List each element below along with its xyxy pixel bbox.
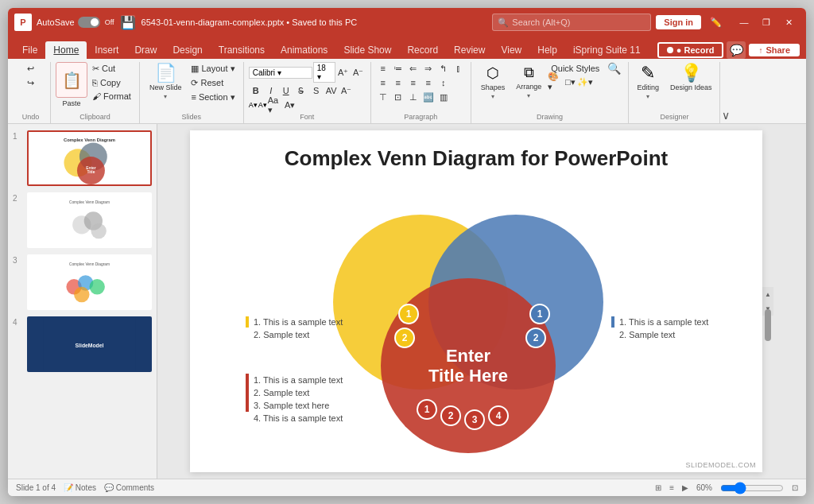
new-slide-button[interactable]: 📄 New Slide ▾ bbox=[145, 62, 187, 103]
tab-view[interactable]: View bbox=[493, 41, 529, 59]
search-shapes-button[interactable]: 🔍 bbox=[604, 62, 623, 75]
pen-icon[interactable]: ✏️ bbox=[706, 14, 725, 31]
tab-help[interactable]: Help bbox=[529, 41, 565, 59]
bold-button[interactable]: B bbox=[249, 84, 263, 97]
smartart-button[interactable]: ▥ bbox=[436, 91, 451, 103]
restore-button[interactable]: ❐ bbox=[755, 14, 777, 31]
view-normal[interactable]: ⊞ bbox=[655, 483, 661, 492]
tab-ispring[interactable]: iSpring Suite 11 bbox=[565, 41, 649, 59]
view-slideshow[interactable]: ▶ bbox=[682, 483, 688, 492]
tab-record[interactable]: Record bbox=[399, 41, 446, 59]
scroll-thumb[interactable] bbox=[765, 309, 771, 341]
shapes-button[interactable]: ⬡ Shapes ▾ bbox=[476, 62, 510, 103]
line-spacing-button[interactable]: ↕ bbox=[436, 76, 451, 89]
font-family[interactable]: Calibri ▾ bbox=[249, 67, 312, 79]
design-ideas-button[interactable]: 💡 Design Ideas bbox=[665, 62, 717, 94]
slide-content[interactable]: Complex Venn Diagram for PowerPoint Ente… bbox=[157, 124, 806, 479]
slide-thumb-2[interactable]: 2 Complex Venn Diagram bbox=[13, 192, 152, 248]
slide-preview-3[interactable]: Complex Venn Diagram bbox=[27, 254, 152, 310]
sign-in-button[interactable]: Sign in bbox=[656, 15, 701, 29]
layout-button[interactable]: ▦ Layout ▾ bbox=[188, 62, 238, 76]
scrollbar[interactable]: ▲ ▼ bbox=[762, 287, 773, 316]
svg-text:2: 2 bbox=[448, 410, 454, 421]
editing-button[interactable]: ✎ Editing ▾ bbox=[632, 62, 664, 103]
reset-button[interactable]: ⟳ Reset bbox=[188, 76, 238, 90]
valign-bottom-button[interactable]: ⊥ bbox=[406, 91, 421, 103]
cut-button[interactable]: ✂ Cut bbox=[89, 62, 134, 76]
increase-font-button[interactable]: A⁺ bbox=[336, 66, 351, 79]
align-right-button[interactable]: ≡ bbox=[406, 76, 421, 89]
close-button[interactable]: ✕ bbox=[777, 14, 800, 31]
tab-insert[interactable]: Insert bbox=[87, 41, 126, 59]
format-painter-button[interactable]: 🖌 Format bbox=[89, 90, 134, 103]
tab-draw[interactable]: Draw bbox=[126, 41, 165, 59]
copy-button[interactable]: ⎘ Copy bbox=[89, 76, 134, 89]
fit-slide-button[interactable]: ⊡ bbox=[792, 483, 798, 492]
slide-preview-1[interactable]: Complex Venn Diagram Enter Title bbox=[27, 130, 152, 186]
slide-thumb-3[interactable]: 3 Complex Venn Diagram bbox=[13, 254, 152, 310]
minimize-button[interactable]: — bbox=[733, 14, 755, 31]
shape-outline-button[interactable]: □▾ bbox=[563, 76, 577, 88]
slide-preview-4[interactable]: SlideModel bbox=[27, 316, 152, 372]
align-center-button[interactable]: ≡ bbox=[391, 76, 405, 89]
search-input[interactable] bbox=[512, 17, 623, 27]
strikethrough-button[interactable]: S̶ bbox=[294, 84, 308, 97]
ribbon-expand-button[interactable]: ∨ bbox=[720, 109, 731, 122]
valign-mid-button[interactable]: ⊡ bbox=[391, 91, 405, 103]
decrease-font-button[interactable]: A⁻ bbox=[351, 66, 366, 79]
scroll-up-arrow[interactable]: ▲ bbox=[762, 289, 773, 300]
font-color-button[interactable]: A▾ bbox=[249, 101, 258, 109]
uppercase-button[interactable]: Aa ▾ bbox=[268, 99, 282, 111]
redo-button[interactable]: ↪ bbox=[24, 76, 37, 90]
editing-icon: ✎ bbox=[641, 64, 655, 82]
slide-thumb-1[interactable]: 1 Complex Venn Diagram Enter Title bbox=[13, 130, 152, 186]
record-tab-btn[interactable]: ● Record bbox=[657, 42, 724, 58]
font-size2-button[interactable]: A▾ bbox=[283, 99, 297, 111]
text-direction-button[interactable]: 🔤 bbox=[421, 91, 436, 103]
clear-format-button[interactable]: A⁻ bbox=[339, 84, 354, 97]
shape-effects-button[interactable]: ✨▾ bbox=[578, 76, 592, 88]
comments-status[interactable]: 💬 Comments bbox=[104, 483, 154, 492]
slides-label: Slides bbox=[145, 111, 238, 123]
numbering-button[interactable]: ≔ bbox=[391, 62, 405, 75]
tab-review[interactable]: Review bbox=[446, 41, 493, 59]
valign-top-button[interactable]: ⊤ bbox=[376, 91, 390, 103]
zoom-slider[interactable] bbox=[720, 482, 784, 494]
svg-point-16 bbox=[74, 287, 89, 302]
font-highlight-button[interactable]: A▾ bbox=[258, 101, 267, 109]
columns-button[interactable]: ⫿ bbox=[452, 62, 466, 75]
tab-transitions[interactable]: Transitions bbox=[211, 41, 273, 59]
justify-button[interactable]: ≡ bbox=[421, 76, 436, 89]
tab-file[interactable]: File bbox=[14, 41, 45, 59]
font-spacing-button[interactable]: AV bbox=[324, 84, 339, 97]
bullets-button[interactable]: ≡ bbox=[376, 62, 390, 75]
paste-button[interactable]: 📋 bbox=[56, 62, 87, 98]
undo-group: ↩ ↪ Undo bbox=[11, 62, 51, 123]
notes-button[interactable]: 📝 Notes bbox=[64, 483, 96, 492]
share-button[interactable]: ↑ Share bbox=[749, 44, 800, 56]
section-button[interactable]: ≡ Section ▾ bbox=[188, 91, 238, 104]
arrange-button[interactable]: ⧉ Arrange ▾ bbox=[511, 62, 546, 102]
rtl-button[interactable]: ↰ bbox=[436, 62, 451, 75]
slide-wrapper[interactable]: Complex Venn Diagram for PowerPoint Ente… bbox=[190, 130, 762, 472]
tab-slideshow[interactable]: Slide Show bbox=[335, 41, 399, 59]
indent-increase-button[interactable]: ⇒ bbox=[421, 62, 436, 75]
svg-text:1: 1 bbox=[424, 404, 430, 415]
comments-icon[interactable]: 💬 bbox=[727, 41, 746, 59]
view-outline[interactable]: ≡ bbox=[669, 483, 674, 492]
undo-button[interactable]: ↩ bbox=[24, 62, 37, 76]
slide-thumb-4[interactable]: 4 SlideModel bbox=[13, 316, 152, 372]
indent-decrease-button[interactable]: ⇐ bbox=[406, 62, 421, 75]
font-size[interactable]: 18 ▾ bbox=[313, 62, 335, 83]
search-box[interactable]: 🔍 bbox=[492, 14, 651, 31]
record-label: ● Record bbox=[676, 45, 715, 55]
tab-animations[interactable]: Animations bbox=[273, 41, 335, 59]
align-left-button[interactable]: ≡ bbox=[376, 76, 390, 89]
slide-preview-2[interactable]: Complex Venn Diagram bbox=[27, 192, 152, 248]
save-icon[interactable]: 💾 bbox=[121, 15, 135, 29]
shape-fill-button[interactable]: 🎨▾ bbox=[548, 76, 562, 88]
shadow-button[interactable]: S bbox=[309, 84, 324, 97]
tab-design[interactable]: Design bbox=[165, 41, 210, 59]
tab-home[interactable]: Home bbox=[45, 41, 87, 59]
autosave-toggle[interactable] bbox=[78, 17, 100, 28]
